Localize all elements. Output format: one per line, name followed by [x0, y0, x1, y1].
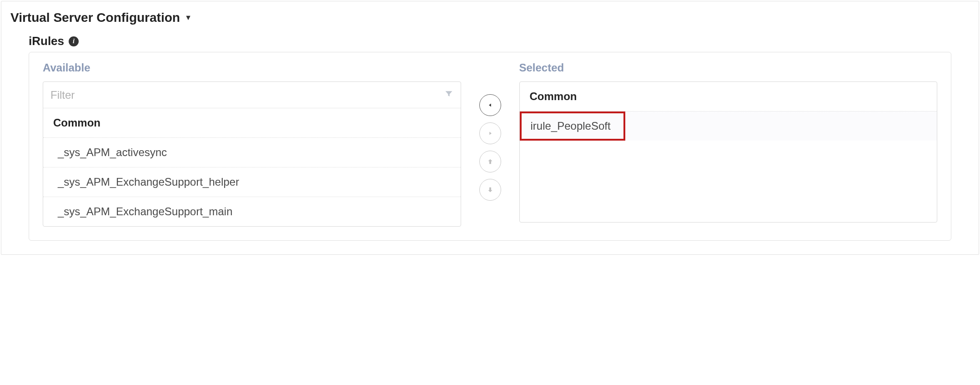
available-column: Available Common _sys_APM_activesyn: [43, 61, 461, 227]
move-up-button[interactable]: [479, 151, 501, 172]
list-item-label: _sys_APM_activesync: [43, 138, 461, 167]
caret-down-icon: ▼: [185, 14, 192, 22]
list-item[interactable]: _sys_APM_ExchangeSupport_main: [43, 197, 461, 227]
move-buttons-column: [479, 61, 501, 201]
info-icon[interactable]: i: [69, 36, 79, 46]
selected-item[interactable]: irule_PeopleSoft: [520, 111, 625, 141]
selected-title: Selected: [519, 61, 938, 74]
move-left-button[interactable]: [479, 94, 501, 116]
section-header[interactable]: Virtual Server Configuration ▼: [1, 1, 979, 30]
list-item[interactable]: _sys_APM_activesync: [43, 138, 461, 167]
available-title: Available: [43, 61, 461, 74]
triangle-right-icon: [487, 130, 493, 137]
list-item[interactable]: _sys_APM_ExchangeSupport_helper: [43, 167, 461, 197]
irules-label: iRules: [29, 34, 64, 48]
selected-group-header: Common: [520, 82, 937, 111]
section-title: Virtual Server Configuration: [10, 10, 180, 25]
available-items-table: _sys_APM_activesync _sys_APM_ExchangeSup…: [43, 137, 461, 226]
move-right-button[interactable]: [479, 122, 501, 144]
triangle-left-icon: [487, 102, 493, 108]
move-down-button[interactable]: [479, 179, 501, 201]
virtual-server-config-panel: Virtual Server Configuration ▼ iRules i …: [1, 1, 979, 255]
filter-icon[interactable]: [444, 89, 453, 101]
available-listbox: Common _sys_APM_activesync _sys_APM_Exch…: [43, 81, 461, 227]
filter-row: [43, 82, 461, 108]
filter-input[interactable]: [50, 89, 444, 101]
irules-dual-list: Available Common _sys_APM_activesyn: [29, 52, 951, 241]
section-body: iRules i Available Common: [1, 30, 979, 254]
arrow-up-icon: [487, 158, 494, 165]
list-item-label: _sys_APM_ExchangeSupport_helper: [43, 167, 461, 197]
available-group-header: Common: [43, 108, 461, 137]
irules-label-row: iRules i: [29, 34, 965, 48]
selected-row: irule_PeopleSoft: [520, 111, 937, 141]
arrow-down-icon: [487, 186, 494, 193]
selected-listbox: Common irule_PeopleSoft: [519, 81, 938, 223]
list-item-label: _sys_APM_ExchangeSupport_main: [43, 197, 461, 227]
selected-column: Selected Common irule_PeopleSoft: [519, 61, 938, 223]
